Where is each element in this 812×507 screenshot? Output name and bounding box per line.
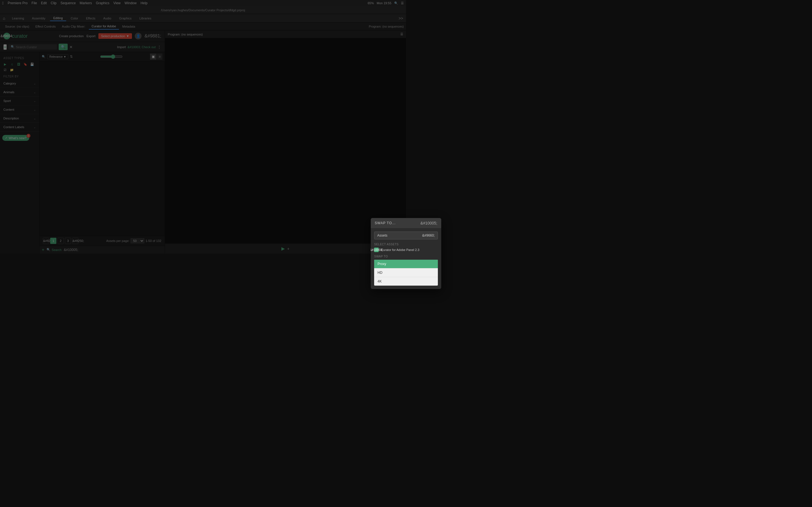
select-assets-label: SELECT ASSETS	[374, 243, 406, 246]
assets-dropdown-label: Assets	[377, 233, 388, 237]
modal-body: Assets &#9660; SELECT ASSETS &#10003; Cu…	[371, 228, 406, 253]
modal-title: SWAP TO...	[375, 221, 396, 225]
asset-checkbox-row: &#10003; Curator for Adobe Panel 2.3	[374, 247, 406, 252]
modal-header: SWAP TO... &#10005;	[371, 218, 406, 228]
asset-checkbox-label: Curator for Adobe Panel 2.3	[381, 248, 406, 251]
assets-dropdown[interactable]: Assets &#9660;	[374, 231, 406, 239]
modal-overlay[interactable]: SWAP TO... &#10005; Assets &#9660; SELEC…	[0, 0, 406, 253]
asset-checkbox[interactable]: &#10003;	[374, 247, 378, 252]
swap-modal: SWAP TO... &#10005; Assets &#9660; SELEC…	[371, 218, 406, 253]
